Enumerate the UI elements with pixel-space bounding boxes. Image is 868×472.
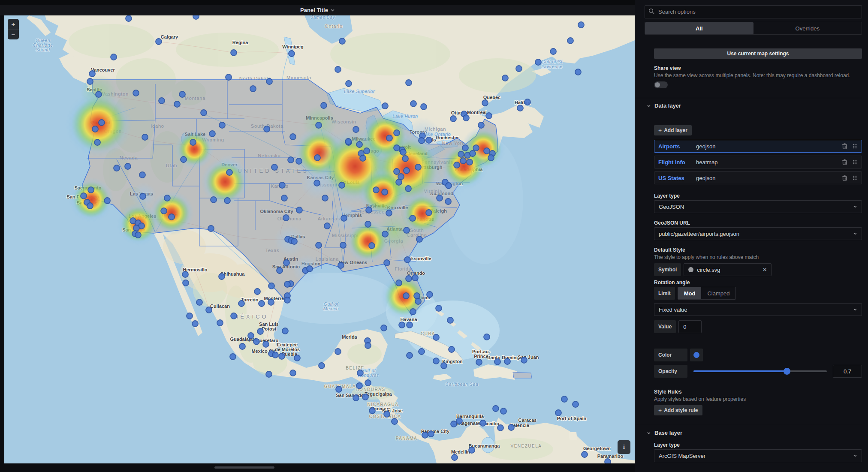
- airport-dot[interactable]: [264, 126, 270, 132]
- airport-dot[interactable]: [575, 69, 581, 75]
- slider-handle[interactable]: [784, 368, 790, 375]
- airport-dot[interactable]: [316, 122, 322, 128]
- airport-dot[interactable]: [87, 203, 93, 209]
- airport-dot[interactable]: [230, 354, 236, 360]
- airport-dot[interactable]: [248, 333, 254, 339]
- airport-dot[interactable]: [224, 198, 230, 204]
- map-info-button[interactable]: i: [618, 440, 630, 454]
- airport-dot[interactable]: [182, 271, 188, 277]
- airport-dot[interactable]: [353, 126, 359, 132]
- airport-dot[interactable]: [410, 215, 416, 221]
- airport-dot[interactable]: [369, 243, 375, 249]
- airport-dot[interactable]: [164, 195, 170, 201]
- airport-dot[interactable]: [206, 307, 212, 313]
- airport-dot[interactable]: [193, 15, 199, 19]
- tab-overrides[interactable]: Overrides: [753, 22, 862, 34]
- airport-dot[interactable]: [231, 50, 237, 56]
- airport-dot[interactable]: [500, 408, 506, 414]
- airport-dot[interactable]: [279, 353, 285, 359]
- airport-dot[interactable]: [316, 242, 322, 248]
- airport-dot[interactable]: [535, 59, 541, 65]
- airport-dot[interactable]: [504, 358, 510, 364]
- airport-dot[interactable]: [279, 182, 285, 188]
- airport-dot[interactable]: [415, 298, 421, 304]
- airport-dot[interactable]: [480, 420, 486, 426]
- airport-dot[interactable]: [524, 99, 530, 105]
- airport-dot[interactable]: [94, 139, 100, 145]
- airport-dot[interactable]: [476, 359, 482, 365]
- airport-dot[interactable]: [407, 322, 413, 328]
- airport-dot[interactable]: [277, 268, 283, 274]
- airport-dot[interactable]: [382, 231, 388, 237]
- airport-dot[interactable]: [396, 280, 402, 286]
- airport-dot[interactable]: [419, 138, 425, 144]
- airport-dot[interactable]: [99, 120, 105, 126]
- airport-dot[interactable]: [321, 102, 327, 108]
- chevron-down-icon[interactable]: [331, 8, 335, 12]
- base-layer-section-header[interactable]: Base layer: [647, 430, 862, 436]
- layer-row-us-states[interactable]: US States geojson: [654, 171, 862, 184]
- trash-icon[interactable]: [841, 159, 847, 165]
- airport-dot[interactable]: [458, 151, 464, 157]
- airport-dot[interactable]: [89, 71, 95, 77]
- airport-dot[interactable]: [284, 281, 290, 287]
- airport-dot[interactable]: [365, 221, 371, 227]
- airport-dot[interactable]: [226, 169, 232, 175]
- airport-dot[interactable]: [582, 451, 588, 457]
- airport-dot[interactable]: [456, 418, 462, 424]
- airport-dot[interactable]: [335, 349, 341, 355]
- airport-dot[interactable]: [259, 301, 265, 307]
- airport-dot[interactable]: [319, 363, 325, 369]
- airport-dot[interactable]: [400, 149, 406, 155]
- airport-dot[interactable]: [339, 38, 345, 44]
- airport-dot[interactable]: [394, 145, 400, 151]
- airport-dot[interactable]: [488, 155, 494, 161]
- airport-dot[interactable]: [239, 343, 245, 349]
- airport-dot[interactable]: [294, 355, 300, 361]
- airport-dot[interactable]: [135, 232, 141, 238]
- airport-dot[interactable]: [201, 110, 207, 116]
- airport-dot[interactable]: [403, 293, 409, 299]
- airport-dot[interactable]: [394, 168, 400, 174]
- airport-dot[interactable]: [217, 320, 223, 326]
- search-options-field[interactable]: [645, 5, 862, 18]
- airport-dot[interactable]: [340, 242, 346, 248]
- airport-dot[interactable]: [156, 39, 162, 45]
- airport-dot[interactable]: [254, 289, 260, 295]
- airport-dot[interactable]: [486, 113, 492, 119]
- trash-icon[interactable]: [841, 175, 847, 181]
- airport-dot[interactable]: [460, 158, 466, 164]
- geomap-canvas[interactable]: VancouverSeattlePortlandCalgaryReginaWin…: [4, 15, 635, 463]
- airport-dot[interactable]: [257, 328, 263, 334]
- drag-handle-icon[interactable]: [852, 175, 858, 181]
- airport-dot[interactable]: [567, 38, 573, 44]
- airport-dot[interactable]: [268, 299, 274, 305]
- airport-dot[interactable]: [133, 90, 139, 96]
- airport-dot[interactable]: [356, 141, 362, 147]
- drag-handle-icon[interactable]: [852, 143, 858, 149]
- airport-dot[interactable]: [219, 274, 225, 280]
- airport-dot[interactable]: [268, 283, 274, 289]
- airport-dot[interactable]: [266, 78, 272, 84]
- share-view-toggle[interactable]: [654, 81, 668, 88]
- airport-dot[interactable]: [290, 370, 296, 376]
- layer-row-flight-info[interactable]: Flight Info heatmap: [654, 156, 862, 168]
- airport-dot[interactable]: [174, 101, 180, 107]
- airport-dot[interactable]: [211, 197, 217, 203]
- airport-dot[interactable]: [433, 358, 439, 364]
- airport-dot[interactable]: [404, 257, 410, 263]
- airport-dot[interactable]: [454, 162, 460, 168]
- opacity-slider[interactable]: [693, 365, 827, 378]
- airport-dot[interactable]: [92, 126, 98, 132]
- airport-dot[interactable]: [104, 198, 110, 204]
- airport-dot[interactable]: [484, 334, 490, 340]
- airport-dot[interactable]: [226, 74, 232, 80]
- airport-dot[interactable]: [433, 334, 439, 340]
- airport-dot[interactable]: [183, 280, 189, 286]
- airport-dot[interactable]: [263, 341, 269, 347]
- data-layer-section-header[interactable]: Data layer: [647, 102, 862, 109]
- airport-dot[interactable]: [231, 313, 237, 319]
- airport-dot[interactable]: [133, 225, 139, 231]
- airport-dot[interactable]: [366, 207, 372, 213]
- airport-dot[interactable]: [271, 164, 277, 170]
